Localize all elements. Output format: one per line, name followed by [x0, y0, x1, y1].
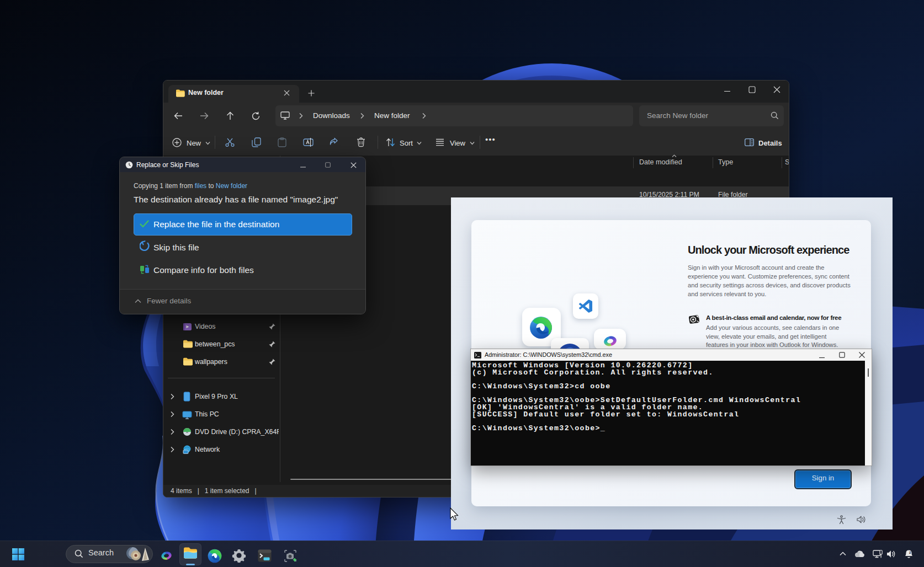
svg-text:z: z — [909, 550, 911, 554]
